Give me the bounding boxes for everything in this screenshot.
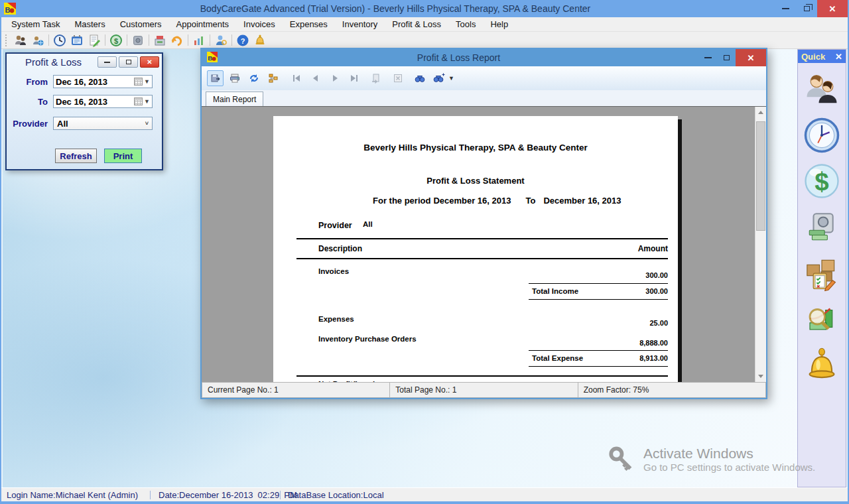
current-page-status: Current Page No.: 1	[202, 382, 390, 398]
menu-system-task[interactable]: System Task	[4, 19, 67, 29]
next-page-icon[interactable]	[326, 70, 343, 86]
menu-tools[interactable]: Tools	[448, 19, 483, 29]
report-period-line: For the periodDecember 16, 2013ToDecembe…	[373, 196, 621, 206]
provider-select[interactable]: All ˅	[53, 117, 153, 130]
menu-profit-loss[interactable]: Profit & Loss	[385, 19, 448, 29]
svg-text:B: B	[208, 54, 212, 62]
quick-profit-loss-search-icon[interactable]	[803, 300, 840, 337]
calendar-picker-icon[interactable]	[134, 78, 143, 86]
report-col-description: Description	[318, 244, 362, 253]
from-label: From	[7, 77, 53, 87]
menu-appointments[interactable]: Appointments	[169, 19, 237, 29]
toolbar-separator	[210, 34, 210, 46]
find-icon[interactable]	[411, 70, 428, 86]
report-close-button[interactable]: ✕	[736, 49, 766, 66]
calendar-icon[interactable]	[68, 33, 86, 48]
report-statement-title: Profit & Loss Statement	[273, 176, 678, 186]
scroll-down-icon[interactable]	[755, 371, 766, 382]
invoice-icon[interactable]	[86, 33, 103, 48]
customers-icon[interactable]	[12, 33, 29, 48]
money-dollar-icon[interactable]: $	[107, 33, 125, 48]
report-total-amount: 8,913.00	[639, 354, 668, 362]
quick-expenses-safe-icon[interactable]	[803, 208, 840, 245]
toolbar-separator	[188, 34, 188, 46]
group-tree-icon[interactable]	[265, 70, 281, 86]
toolbar-separator	[105, 34, 105, 46]
scroll-up-icon[interactable]	[755, 107, 766, 118]
calendar-picker-icon[interactable]	[134, 97, 143, 105]
dialog-close-button[interactable]: ✕	[140, 56, 159, 68]
close-view-icon[interactable]	[389, 70, 406, 86]
application-window: B BodyCareGate Advanced (Trial Version) …	[0, 0, 849, 504]
quick-panel-title: Quick	[801, 52, 835, 62]
status-login-name: Login Name:Michael Kent (Admin)	[7, 490, 138, 500]
prev-page-icon[interactable]	[307, 70, 324, 86]
quick-income-dollar-icon[interactable]: $	[803, 162, 840, 200]
first-page-icon[interactable]	[288, 70, 304, 86]
dialog-maximize-button[interactable]	[119, 56, 138, 68]
status-separator	[280, 491, 281, 499]
last-page-icon[interactable]	[346, 70, 362, 86]
report-maximize-button[interactable]	[717, 49, 736, 66]
masters-icon[interactable]	[29, 33, 46, 48]
from-date-input[interactable]: Dec 16, 2013 ▼	[53, 75, 153, 88]
minimize-button[interactable]	[775, 0, 796, 17]
quick-reminder-bell-icon[interactable]	[803, 346, 840, 383]
bell-icon[interactable]	[251, 33, 269, 48]
menu-inventory[interactable]: Inventory	[335, 19, 385, 29]
to-label: To	[7, 97, 53, 107]
report-vertical-scrollbar[interactable]	[755, 107, 766, 382]
report-rule	[529, 299, 668, 300]
close-button[interactable]: ✕	[817, 0, 848, 17]
cash-drawer-icon[interactable]	[151, 33, 168, 48]
tab-main-report[interactable]: Main Report	[206, 92, 263, 106]
report-row-description: Invoices	[318, 267, 349, 275]
menu-expenses[interactable]: Expenses	[283, 19, 335, 29]
quick-inventory-boxes-icon[interactable]	[803, 254, 840, 291]
menu-customers[interactable]: Customers	[113, 19, 169, 29]
quick-appointments-clock-icon[interactable]	[803, 117, 840, 154]
export-icon[interactable]	[207, 70, 224, 86]
user-search-icon[interactable]	[212, 33, 229, 48]
quick-panel-header: Quick ✕	[798, 50, 846, 63]
status-database-location: DataBase Location:Local	[288, 490, 384, 500]
menu-help[interactable]: Help	[483, 19, 515, 29]
dialog-minimize-button[interactable]	[98, 56, 117, 68]
restore-button[interactable]	[796, 0, 817, 17]
dropdown-arrow-icon[interactable]: ▼	[144, 78, 150, 85]
toolbar-separator	[149, 34, 149, 46]
goto-page-icon[interactable]	[367, 70, 384, 86]
provider-label: Provider	[7, 119, 53, 129]
menu-masters[interactable]: Masters	[67, 19, 112, 29]
report-viewer-toolbar: ▼	[202, 66, 766, 90]
undo-arrow-icon[interactable]	[168, 33, 186, 48]
zoom-dropdown-caret-icon[interactable]: ▼	[448, 75, 454, 82]
quick-customers-icon[interactable]	[803, 71, 840, 108]
help-icon[interactable]: ?	[234, 33, 251, 48]
report-row-amount: 300.00	[645, 271, 668, 279]
report-total-label: Total Expense	[532, 354, 583, 362]
print-button[interactable]: Print	[104, 149, 142, 163]
refresh-button[interactable]: Refresh	[55, 149, 97, 163]
dropdown-arrow-icon[interactable]: ▼	[144, 98, 150, 105]
to-date-input[interactable]: Dec 16, 2013 ▼	[53, 95, 153, 108]
activate-windows-watermark: Activate Windows Go to PC settings to ac…	[608, 446, 815, 477]
print-report-icon[interactable]	[226, 70, 243, 86]
toolbar-separator	[48, 34, 49, 46]
desktop-client-area: Profit & Loss ✕ From Dec 16, 2013 ▼ To D…	[3, 49, 846, 487]
menu-invoices[interactable]: Invoices	[236, 19, 283, 29]
svg-text:?: ?	[241, 36, 245, 44]
watermark-line1: Activate Windows	[643, 446, 815, 462]
chart-icon[interactable]	[190, 33, 208, 48]
report-viewer: Beverly Hills Physical Therapy, SPA & Be…	[202, 106, 766, 382]
zoom-icon[interactable]	[430, 70, 447, 86]
appointments-clock-icon[interactable]	[51, 33, 68, 48]
refresh-report-icon[interactable]	[245, 70, 262, 86]
scrollbar-thumb[interactable]	[756, 121, 765, 231]
safe-icon[interactable]	[129, 33, 147, 48]
svg-text:$: $	[114, 36, 118, 44]
watermark-line2: Go to PC settings to activate Windows.	[643, 462, 815, 473]
quick-panel-close-icon[interactable]: ✕	[835, 52, 842, 62]
report-rule	[296, 258, 668, 259]
report-minimize-button[interactable]	[698, 49, 717, 66]
